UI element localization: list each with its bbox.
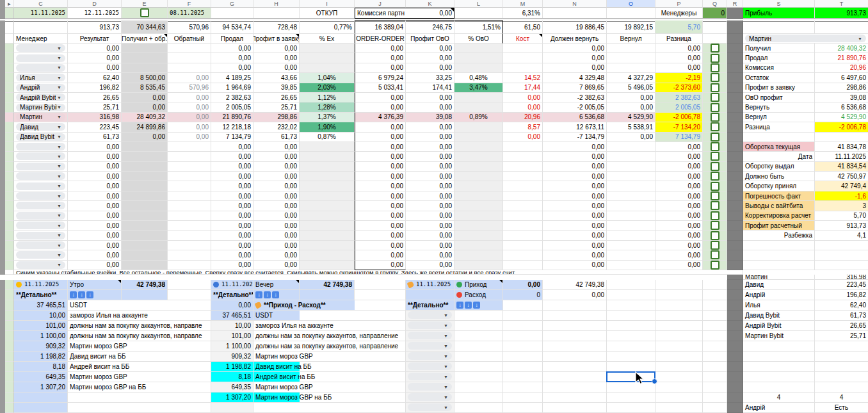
row-checkbox[interactable] (711, 211, 719, 220)
column-header-T[interactable]: T (815, 0, 868, 8)
back-cell[interactable]: 0,00 (168, 133, 211, 142)
cell-e[interactable] (122, 290, 168, 300)
must-return-cell[interactable]: 0,00 (543, 181, 607, 191)
sold-cell[interactable]: 0,00 (211, 142, 253, 152)
cell-o[interactable] (607, 382, 655, 393)
ovo-pct-cell[interactable] (454, 172, 503, 181)
ovo-profit-cell[interactable]: 0,00 (406, 201, 454, 211)
cell-s[interactable] (743, 341, 815, 352)
detail-desc[interactable]: должны нам за покупку аккаунтов, направл… (253, 331, 406, 341)
cell-t[interactable] (815, 250, 868, 260)
cell-p[interactable] (655, 331, 703, 341)
order-cell[interactable]: 6 979,24 (355, 73, 406, 83)
category-cell[interactable]: ▼ (406, 321, 454, 331)
column-header-P[interactable]: P (655, 0, 703, 8)
checkbox-cell[interactable] (703, 73, 727, 83)
cell-t[interactable] (815, 362, 868, 372)
cell-n[interactable] (543, 341, 607, 352)
cell-q[interactable] (703, 20, 727, 34)
cell-o[interactable] (607, 300, 655, 311)
pr-label[interactable]: **Приход - Расход** (253, 300, 406, 311)
ovo-profit-cell[interactable]: 0,00 (406, 63, 454, 73)
category-cell[interactable]: ▼ (406, 341, 454, 352)
row-checkbox[interactable] (711, 241, 719, 250)
manager-dropdown[interactable]: ▼ (16, 44, 65, 52)
ovo-pct-cell[interactable] (454, 162, 503, 172)
ovo-pct-cell[interactable] (454, 261, 503, 270)
received-cell[interactable]: 24 899,86 (122, 122, 168, 132)
returned-cell[interactable] (607, 152, 655, 161)
cell-t[interactable] (815, 341, 868, 352)
pr-value[interactable]: 0,00 (211, 300, 253, 311)
ovo-profit-cell[interactable]: 0,00 (406, 241, 454, 250)
morning-total[interactable]: 42 749,38 (122, 280, 168, 290)
profit-cell[interactable]: 61,73 (253, 133, 300, 142)
checkbox-cell[interactable] (703, 241, 727, 250)
ovo-pct-cell[interactable] (454, 211, 503, 221)
profit-cell[interactable]: 0,00 (253, 181, 300, 191)
cell-j[interactable] (355, 290, 406, 300)
expense-total[interactable]: 0,00 (543, 290, 607, 300)
received-cell[interactable] (122, 231, 168, 240)
manager-dropdown[interactable]: Мартин Bybit▼ (16, 104, 65, 111)
cell-q[interactable] (703, 341, 727, 352)
must-return-cell[interactable]: 0,00 (543, 152, 607, 161)
cell-l[interactable] (454, 311, 503, 321)
ovo-pct-cell[interactable] (454, 152, 503, 161)
cost-cell[interactable] (503, 250, 543, 260)
result-cell[interactable]: 0,00 (68, 142, 122, 152)
must-return-cell[interactable]: 0,00 (543, 162, 607, 172)
cell-p[interactable] (655, 290, 703, 300)
detail-value[interactable]: 649,35 (211, 382, 253, 393)
back-cell[interactable]: 0,00 (168, 122, 211, 132)
result-cell[interactable]: 0,00 (68, 211, 122, 221)
result-cell[interactable]: 0,00 (68, 181, 122, 191)
ex-pct-cell[interactable] (300, 250, 355, 260)
cell-g[interactable] (211, 8, 253, 19)
returned-cell[interactable] (607, 221, 655, 231)
detail-desc[interactable]: Давид висит на ББ (253, 362, 406, 372)
cell-o[interactable] (607, 331, 655, 341)
back-cell[interactable] (168, 142, 211, 152)
must-return-cell[interactable]: 0,00 (543, 211, 607, 221)
ovo-pct-cell[interactable] (454, 102, 503, 112)
profit-cell[interactable]: 43,66 (253, 73, 300, 83)
cost-cell[interactable] (503, 221, 543, 231)
cell-s[interactable] (743, 250, 815, 260)
returned-cell[interactable] (607, 211, 655, 221)
checkbox-cell[interactable] (122, 8, 168, 19)
detail-value[interactable] (14, 393, 68, 403)
returned-cell[interactable]: 0,00 (607, 102, 655, 112)
cell-m[interactable] (503, 300, 543, 311)
checkbox-cell[interactable] (703, 250, 727, 260)
order-cell[interactable]: 0,00 (355, 181, 406, 191)
cell-p[interactable] (655, 372, 703, 382)
cell-m[interactable] (503, 362, 543, 372)
total-order[interactable]: 16 389,04 (355, 20, 406, 34)
total-back[interactable]: 570,96 (168, 20, 211, 34)
result-cell[interactable]: 316,98 (68, 113, 122, 122)
cell-q[interactable] (703, 372, 727, 382)
detail-value[interactable]: 1 100,00 (14, 331, 68, 341)
received-cell[interactable] (122, 250, 168, 260)
manager-dropdown[interactable]: ▼ (16, 182, 65, 190)
profit-cell[interactable]: 298,86 (253, 113, 300, 122)
profit-cell[interactable]: 0,00 (253, 152, 300, 161)
detail-value[interactable]: 8,18 (211, 372, 253, 382)
manager-dropdown[interactable]: ▼ (16, 251, 65, 259)
evening-label[interactable]: Вечер (253, 280, 300, 290)
manager-dropdown[interactable]: Давид Bybit▼ (16, 133, 65, 141)
back-cell[interactable] (168, 201, 211, 211)
sold-cell[interactable]: 21 890,76 (211, 113, 253, 122)
returned-cell[interactable]: 0,00 (607, 93, 655, 102)
cell-n[interactable] (543, 403, 607, 413)
ex-pct-cell[interactable] (300, 211, 355, 221)
manager-dropdown[interactable]: ▼ (16, 54, 65, 62)
cell-s[interactable] (743, 261, 815, 270)
detail-value[interactable]: 909,32 (14, 341, 68, 352)
cost-cell[interactable]: 0,00 (503, 102, 543, 112)
cash-date[interactable]: 11.11.2025 (406, 280, 454, 290)
detail-value[interactable]: 10,00 (211, 321, 253, 331)
category-cell[interactable]: ▼ (406, 352, 454, 362)
down-arrow-button[interactable]: ↓ (473, 302, 480, 309)
